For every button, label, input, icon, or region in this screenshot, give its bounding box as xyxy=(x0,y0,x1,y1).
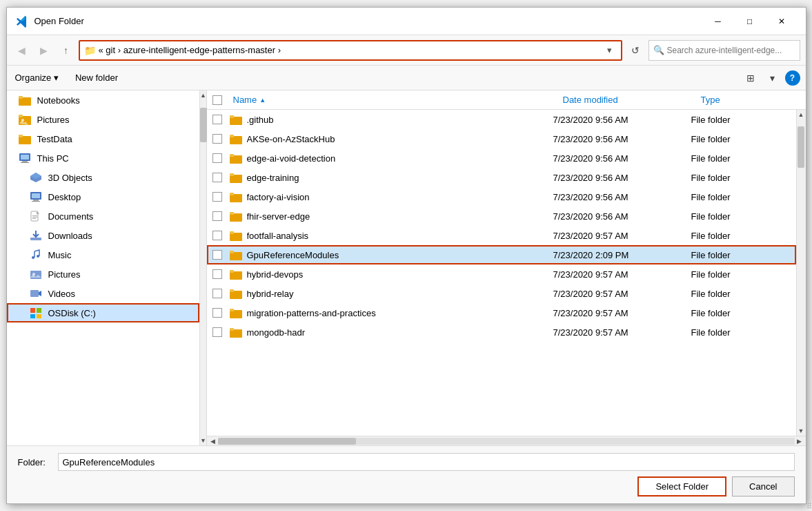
table-row[interactable]: migration-patterns-and-practices 7/23/20… xyxy=(207,303,796,322)
vscroll-track[interactable] xyxy=(796,119,806,426)
sidebar-item-documents[interactable]: Documents xyxy=(7,206,199,226)
close-button[interactable]: ✕ xyxy=(766,10,798,32)
col-type-header[interactable]: Type xyxy=(695,95,806,105)
svg-rect-11 xyxy=(21,162,29,163)
row-type: File folder xyxy=(686,173,796,183)
row-check-box[interactable] xyxy=(212,327,222,337)
col-date-header[interactable]: Date modified xyxy=(557,95,695,105)
svg-point-24 xyxy=(32,256,34,259)
new-folder-button[interactable]: New folder xyxy=(72,71,121,84)
organize-button[interactable]: Organize ▾ xyxy=(12,71,61,84)
view-dropdown-button[interactable]: ▾ xyxy=(763,68,782,88)
sidebar-item-downloads[interactable]: Downloads xyxy=(7,226,199,245)
row-name: footfall-analysis xyxy=(247,231,548,241)
address-dropdown-button[interactable]: ▾ xyxy=(603,41,617,59)
row-checkbox[interactable] xyxy=(207,134,228,144)
row-type: File folder xyxy=(686,327,796,338)
row-check-box[interactable] xyxy=(212,115,222,124)
row-checkbox[interactable] xyxy=(207,289,228,298)
view-toggle-button[interactable]: ⊞ xyxy=(741,68,760,88)
refresh-button[interactable]: ↺ xyxy=(625,40,646,61)
table-row[interactable]: GpuReferenceModules 7/23/2020 2:09 PM Fi… xyxy=(207,245,796,264)
up-button[interactable]: ↑ xyxy=(57,41,76,60)
table-row[interactable]: edge-training 7/23/2020 9:56 AM File fol… xyxy=(207,168,796,187)
row-checkbox[interactable] xyxy=(207,308,228,318)
header-checkbox[interactable] xyxy=(207,95,228,105)
table-row[interactable]: hybrid-devops 7/23/2020 9:57 AM File fol… xyxy=(207,264,796,284)
table-row[interactable]: mongodb-hadr 7/23/2020 9:57 AM File fold… xyxy=(207,322,796,342)
table-row[interactable]: factory-ai-vision 7/23/2020 9:56 AM File… xyxy=(207,187,796,206)
cancel-button[interactable]: Cancel xyxy=(732,476,794,496)
sidebar-item-testdata[interactable]: TestData xyxy=(7,129,199,148)
hscroll-left-button[interactable]: ◀ xyxy=(208,438,218,445)
3d-objects-icon xyxy=(29,171,43,184)
row-date: 7/23/2020 9:56 AM xyxy=(548,173,686,183)
row-checkbox[interactable] xyxy=(207,269,228,279)
minimize-button[interactable]: ─ xyxy=(702,10,734,32)
table-row[interactable]: hybrid-relay 7/23/2020 9:57 AM File fold… xyxy=(207,284,796,303)
table-row[interactable]: fhir-server-edge 7/23/2020 9:56 AM File … xyxy=(207,206,796,226)
vscroll-up-button[interactable]: ▲ xyxy=(796,110,806,119)
row-check-box[interactable] xyxy=(212,134,222,144)
row-check-box[interactable] xyxy=(212,269,222,279)
sidebar-item-pictures2[interactable]: Pictures xyxy=(7,264,199,284)
row-checkbox[interactable] xyxy=(207,231,228,240)
sidebar-scroll-thumb[interactable] xyxy=(200,108,207,142)
hscroll-track[interactable] xyxy=(218,438,795,445)
table-row[interactable]: AKSe-on-AzStackHub 7/23/2020 9:56 AM Fil… xyxy=(207,129,796,148)
row-check-box[interactable] xyxy=(212,153,222,163)
sidebar-item-desktop[interactable]: Desktop xyxy=(7,187,199,206)
row-check-box[interactable] xyxy=(212,173,222,182)
sidebar-item-music[interactable]: Music xyxy=(7,245,199,264)
row-check-box[interactable] xyxy=(212,231,222,240)
vscroll-down-button[interactable]: ▼ xyxy=(796,426,806,436)
file-hscrollbar[interactable]: ◀ ▶ xyxy=(207,436,806,445)
row-checkbox[interactable] xyxy=(207,211,228,221)
sidebar-item-videos[interactable]: Videos xyxy=(7,284,199,303)
maximize-button[interactable]: □ xyxy=(734,10,766,32)
row-checkbox[interactable] xyxy=(207,115,228,124)
row-checkbox[interactable] xyxy=(207,173,228,182)
row-checkbox[interactable] xyxy=(207,327,228,337)
resize-grip[interactable]: ⠿ xyxy=(802,501,812,511)
svg-rect-57 xyxy=(230,328,234,331)
row-date: 7/23/2020 9:57 AM xyxy=(548,269,686,280)
sidebar-item-osdisk[interactable]: OSDisk (C:) xyxy=(7,303,199,322)
hscroll-right-button[interactable]: ▶ xyxy=(795,438,804,445)
row-check-box[interactable] xyxy=(212,211,222,221)
sidebar-scrollbar[interactable]: ▲ ▼ xyxy=(199,90,206,445)
sidebar-item-this-pc[interactable]: This PC xyxy=(7,148,199,168)
sidebar-item-pictures[interactable]: Pictures xyxy=(7,110,199,129)
row-check-box[interactable] xyxy=(212,250,222,260)
row-type: File folder xyxy=(686,269,796,280)
select-folder-button[interactable]: Select Folder xyxy=(637,476,726,496)
row-check-box[interactable] xyxy=(212,289,222,298)
sidebar-item-notebooks[interactable]: Notebooks xyxy=(7,90,199,110)
vscroll-thumb[interactable] xyxy=(798,126,804,168)
table-row[interactable]: edge-ai-void-detection 7/23/2020 9:56 AM… xyxy=(207,148,796,168)
row-check-box[interactable] xyxy=(212,192,222,202)
table-row[interactable]: .github 7/23/2020 9:56 AM File folder xyxy=(207,110,796,129)
row-checkbox[interactable] xyxy=(207,250,228,260)
search-input[interactable] xyxy=(667,46,795,55)
address-bar[interactable]: 📁 « git › azure-intelligent-edge-pattern… xyxy=(79,40,622,61)
col-name-header[interactable]: Name ▲ xyxy=(228,95,557,105)
table-row[interactable]: footfall-analysis 7/23/2020 9:57 AM File… xyxy=(207,226,796,245)
svg-marker-29 xyxy=(39,291,41,296)
file-vscrollbar[interactable]: ▲ ▼ xyxy=(796,110,806,436)
hscroll-thumb[interactable] xyxy=(218,438,356,445)
help-button[interactable]: ? xyxy=(785,70,800,86)
select-all-checkbox[interactable] xyxy=(212,95,222,105)
sidebar-3d-objects-label: 3D Objects xyxy=(48,173,92,183)
folder-input[interactable] xyxy=(58,453,795,471)
breadcrumb-part1: « git xyxy=(99,45,116,55)
row-checkbox[interactable] xyxy=(207,192,228,202)
svg-rect-28 xyxy=(30,290,39,297)
file-list[interactable]: .github 7/23/2020 9:56 AM File folder AK… xyxy=(207,110,796,436)
back-button[interactable]: ◀ xyxy=(12,41,32,60)
forward-button[interactable]: ▶ xyxy=(34,41,54,60)
row-check-box[interactable] xyxy=(212,308,222,318)
row-date: 7/23/2020 9:56 AM xyxy=(548,211,686,222)
row-checkbox[interactable] xyxy=(207,153,228,163)
sidebar-item-3d-objects[interactable]: 3D Objects xyxy=(7,168,199,187)
